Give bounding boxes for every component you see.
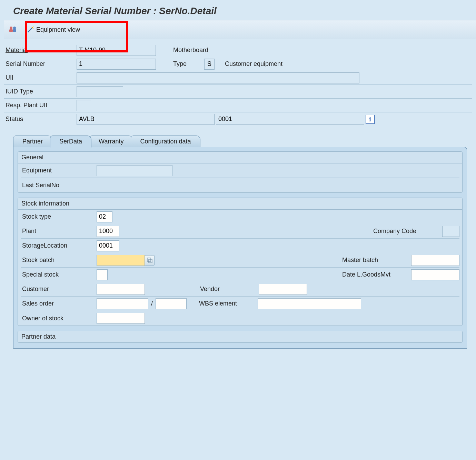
tabstrip: Partner SerData Warranty Configuration d… [13, 135, 467, 349]
material-label: Material [4, 47, 77, 54]
svg-line-4 [28, 28, 32, 32]
uii-field[interactable] [77, 72, 359, 83]
sales-order-item-field[interactable] [156, 298, 187, 309]
status-label: Status [4, 116, 77, 123]
status-code-field[interactable] [216, 114, 364, 125]
uii-label: UII [4, 74, 77, 81]
special-stock-label: Special stock [21, 271, 97, 278]
partner-data-groupbox: Partner data [18, 331, 463, 343]
stock-type-label: Stock type [21, 213, 97, 220]
svg-point-2 [13, 27, 16, 29]
tab-partner[interactable]: Partner [13, 136, 52, 148]
company-code-field[interactable] [442, 226, 459, 237]
type-label: Type [170, 60, 204, 68]
company-code-label: Company Code [373, 228, 442, 235]
material-field[interactable] [77, 45, 156, 56]
general-groupbox: General Equipment Last SerialNo [18, 151, 463, 193]
svg-point-6 [33, 27, 34, 27]
vendor-label: Vendor [200, 286, 259, 293]
svg-point-0 [10, 27, 12, 29]
wbs-element-label: WBS element [199, 300, 258, 307]
sales-order-field[interactable] [97, 298, 148, 309]
value-help-button[interactable] [145, 255, 155, 266]
owner-of-stock-label: Owner of stock [21, 315, 97, 322]
master-batch-label: Master batch [342, 257, 411, 264]
stock-batch-label: Stock batch [21, 257, 97, 264]
svg-rect-3 [13, 29, 16, 32]
header-block: Material Motherboard Serial Number Type … [4, 39, 476, 130]
last-serialno-label: Last SerialNo [21, 182, 97, 189]
tab-configuration-data[interactable]: Configuration data [131, 136, 200, 148]
partner-data-title: Partner data [18, 331, 462, 342]
plant-field[interactable] [97, 226, 119, 237]
sales-order-label: Sales order [21, 300, 97, 307]
stock-information-title: Stock information [18, 198, 462, 210]
toolbar-separator [21, 24, 21, 35]
svg-rect-1 [9, 29, 13, 32]
svg-point-7 [33, 28, 33, 29]
svg-rect-8 [147, 258, 151, 261]
info-icon[interactable]: i [366, 115, 375, 124]
owner-of-stock-field[interactable] [97, 313, 145, 324]
equipment-label: Equipment [21, 167, 97, 174]
page-title: Create Material Serial Number : SerNo.De… [13, 6, 476, 17]
sales-order-slash: / [148, 300, 156, 307]
vendor-field[interactable] [259, 284, 307, 295]
iuid-type-label: IUID Type [4, 88, 77, 95]
tab-serdata[interactable]: SerData [50, 136, 91, 148]
wand-icon [27, 26, 34, 33]
stock-information-groupbox: Stock information Stock type Plant Compa… [18, 198, 463, 326]
iuid-type-field[interactable] [77, 86, 123, 97]
partners-icon[interactable] [8, 26, 18, 33]
status-field[interactable] [77, 114, 215, 125]
material-description: Motherboard [170, 47, 208, 54]
customer-field[interactable] [97, 284, 145, 295]
value-help-icon [147, 257, 153, 263]
stock-type-field[interactable] [97, 211, 112, 222]
storage-location-field[interactable] [97, 240, 119, 251]
resp-plant-uii-label: Resp. Plant UII [4, 102, 77, 109]
equipment-view-button[interactable]: Equipment view [24, 24, 83, 35]
storage-location-label: StorageLocation [21, 242, 97, 249]
general-title: General [18, 152, 462, 163]
equipment-view-label: Equipment view [36, 26, 80, 33]
date-goodsmvt-field[interactable] [411, 269, 459, 280]
master-batch-field[interactable] [411, 255, 459, 266]
svg-point-5 [32, 27, 33, 28]
serial-number-field[interactable] [77, 59, 156, 70]
resp-plant-uii-field[interactable] [77, 100, 91, 111]
customer-label: Customer [21, 286, 97, 293]
serial-number-label: Serial Number [4, 60, 77, 68]
type-description: Customer equipment [221, 60, 282, 68]
plant-label: Plant [21, 228, 97, 235]
wbs-element-field[interactable] [258, 298, 361, 309]
type-field[interactable] [204, 59, 215, 70]
tab-warranty[interactable]: Warranty [89, 136, 133, 148]
special-stock-field[interactable] [97, 269, 108, 280]
date-goodsmvt-label: Date L.GoodsMvt [342, 271, 411, 278]
svg-rect-9 [149, 259, 152, 263]
stock-batch-field[interactable] [97, 255, 145, 266]
tab-body: General Equipment Last SerialNo Stock in… [13, 147, 467, 349]
equipment-field[interactable] [97, 165, 172, 176]
toolbar: Equipment view [4, 20, 476, 39]
